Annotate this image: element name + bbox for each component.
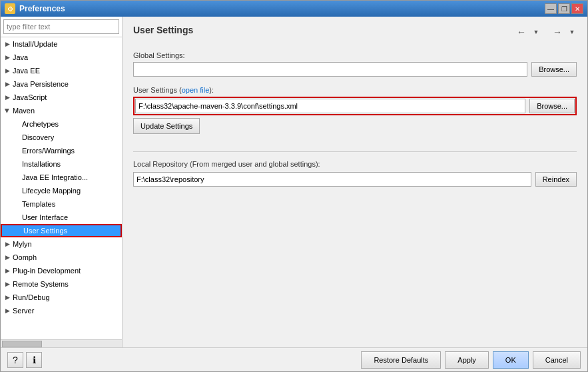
sidebar-item-lifecycle-mapping[interactable]: ▶ Lifecycle Mapping	[1, 184, 122, 197]
user-browse-button[interactable]: Browse...	[529, 99, 575, 113]
sidebar-item-label: User Interface	[21, 213, 68, 221]
local-repo-row: Reindex	[133, 172, 577, 187]
apply-button[interactable]: Apply	[445, 351, 489, 369]
sidebar-item-label: Installations	[21, 160, 61, 168]
minimize-button[interactable]: —	[545, 3, 557, 14]
sidebar-item-remote-systems[interactable]: ▶ Remote Systems	[1, 277, 122, 291]
sidebar-item-errors-warnings[interactable]: ▶ Errors/Warnings	[1, 144, 122, 157]
expand-arrow: ▶	[3, 293, 11, 301]
sidebar-item-label: Server	[11, 307, 34, 315]
sidebar-item-label: Java EE	[11, 67, 40, 75]
sidebar-item-label: Run/Debug	[11, 293, 50, 301]
sidebar-item-javascript[interactable]: ▶ JavaScript	[1, 91, 122, 104]
main-header: User Settings ← ▼ → ▼	[133, 25, 577, 43]
title-bar-controls: — ❐ ✕	[545, 3, 583, 14]
global-browse-button[interactable]: Browse...	[531, 62, 577, 77]
sidebar-item-server[interactable]: ▶ Server	[1, 304, 122, 317]
sidebar-item-user-settings[interactable]: ▶ User Settings	[1, 224, 122, 237]
user-settings-group: User Settings (open file): Browse... Upd…	[133, 86, 577, 134]
scroll-thumb[interactable]	[2, 341, 42, 347]
sidebar-item-label: Oomph	[11, 253, 37, 261]
sidebar-item-plug-in-development[interactable]: ▶ Plug-in Development	[1, 264, 122, 277]
open-file-link[interactable]: open file	[182, 86, 210, 94]
sidebar-item-label: Java	[11, 53, 28, 61]
help-icon-button[interactable]: ?	[7, 352, 23, 368]
sidebar-item-installations[interactable]: ▶ Installations	[1, 157, 122, 171]
sidebar-item-label: Templates	[21, 200, 55, 208]
global-settings-input[interactable]	[133, 62, 527, 77]
global-settings-label: Global Settings:	[133, 51, 577, 59]
expand-arrow: ▶	[3, 80, 11, 88]
sidebar-item-java-ee[interactable]: ▶ Java EE	[1, 64, 122, 77]
cancel-button[interactable]: Cancel	[533, 351, 581, 369]
divider	[133, 151, 577, 152]
info-icon-button[interactable]: ℹ	[26, 352, 42, 368]
page-title: User Settings	[133, 25, 193, 35]
sidebar-item-discovery[interactable]: ▶ Discovery	[1, 131, 122, 144]
sidebar-item-install-update[interactable]: ▶ Install/Update	[1, 37, 122, 51]
close-button[interactable]: ✕	[571, 3, 583, 14]
window-icon: ⚙	[5, 3, 15, 14]
global-settings-row: Browse...	[133, 62, 577, 77]
expand-arrow: ▶	[3, 107, 11, 115]
content-area: ▶ Install/Update ▶ Java ▶ Java EE ▶ Java…	[1, 17, 587, 347]
expand-arrow: ▶	[3, 53, 11, 61]
filter-input[interactable]	[3, 19, 119, 34]
window-title: Preferences	[19, 4, 65, 13]
user-settings-label: User Settings (open file):	[133, 86, 577, 94]
bottom-right-controls: Restore Defaults Apply OK Cancel	[361, 351, 581, 369]
preferences-window: ⚙ Preferences — ❐ ✕ ▶ Install/Update ▶ J…	[0, 0, 588, 372]
expand-arrow: ▶	[3, 93, 11, 101]
tree-area: ▶ Install/Update ▶ Java ▶ Java EE ▶ Java…	[1, 37, 122, 339]
nav-controls: ← ▼ → ▼	[514, 25, 577, 39]
sidebar-item-label: Install/Update	[11, 40, 57, 48]
sidebar-item-label: Maven	[11, 107, 35, 115]
filter-box	[1, 17, 122, 37]
sidebar-item-label: Discovery	[21, 133, 54, 141]
sidebar-item-label: Mylyn	[11, 240, 32, 248]
help-icon: ?	[13, 355, 18, 365]
restore-defaults-button[interactable]: Restore Defaults	[361, 351, 441, 369]
sidebar-item-oomph[interactable]: ▶ Oomph	[1, 251, 122, 264]
back-button[interactable]: ←	[514, 25, 529, 39]
reindex-button[interactable]: Reindex	[535, 172, 577, 187]
sidebar-item-user-interface[interactable]: ▶ User Interface	[1, 211, 122, 224]
sidebar-horizontal-scrollbar[interactable]	[1, 339, 122, 347]
expand-arrow: ▶	[3, 307, 11, 315]
local-repo-input[interactable]	[133, 172, 531, 187]
title-bar-left: ⚙ Preferences	[5, 3, 65, 14]
sidebar-item-mylyn[interactable]: ▶ Mylyn	[1, 237, 122, 251]
user-settings-row: Browse...	[133, 97, 577, 115]
sidebar-item-label: Java Persistence	[11, 80, 69, 88]
sidebar-item-label: Plug-in Development	[11, 267, 81, 275]
forward-dropdown[interactable]: ▼	[567, 25, 577, 39]
sidebar-item-label: JavaScript	[11, 93, 47, 101]
sidebar-item-label: User Settings	[22, 227, 67, 235]
bottom-bar: ? ℹ Restore Defaults Apply OK Cancel	[1, 347, 587, 371]
sidebar-item-java-ee-integration[interactable]: ▶ Java EE Integratio...	[1, 171, 122, 184]
sidebar-item-run-debug[interactable]: ▶ Run/Debug	[1, 291, 122, 304]
sidebar-item-java[interactable]: ▶ Java	[1, 51, 122, 64]
sidebar-item-java-persistence[interactable]: ▶ Java Persistence	[1, 77, 122, 91]
main-panel: User Settings ← ▼ → ▼ Global Settings: B…	[123, 17, 587, 347]
restore-button[interactable]: ❐	[558, 3, 570, 14]
ok-button[interactable]: OK	[493, 351, 529, 369]
bottom-left-controls: ? ℹ	[7, 352, 42, 368]
expand-arrow: ▶	[3, 280, 11, 288]
local-repo-label: Local Repository (From merged user and g…	[133, 160, 577, 168]
user-settings-input[interactable]	[135, 99, 525, 113]
sidebar-item-label: Errors/Warnings	[21, 147, 75, 155]
title-bar: ⚙ Preferences — ❐ ✕	[1, 1, 587, 17]
sidebar-item-label: Archetypes	[21, 120, 59, 128]
back-dropdown[interactable]: ▼	[531, 25, 541, 39]
sidebar-item-maven[interactable]: ▶ Maven	[1, 104, 122, 117]
global-settings-group: Global Settings: Browse...	[133, 51, 577, 77]
sidebar-item-archetypes[interactable]: ▶ Archetypes	[1, 117, 122, 131]
sidebar: ▶ Install/Update ▶ Java ▶ Java EE ▶ Java…	[1, 17, 123, 347]
forward-button[interactable]: →	[550, 25, 565, 39]
info-icon: ℹ	[33, 355, 36, 365]
sidebar-item-label: Lifecycle Mapping	[21, 187, 81, 195]
sidebar-item-templates[interactable]: ▶ Templates	[1, 197, 122, 211]
expand-arrow: ▶	[3, 240, 11, 248]
update-settings-button[interactable]: Update Settings	[133, 118, 200, 134]
